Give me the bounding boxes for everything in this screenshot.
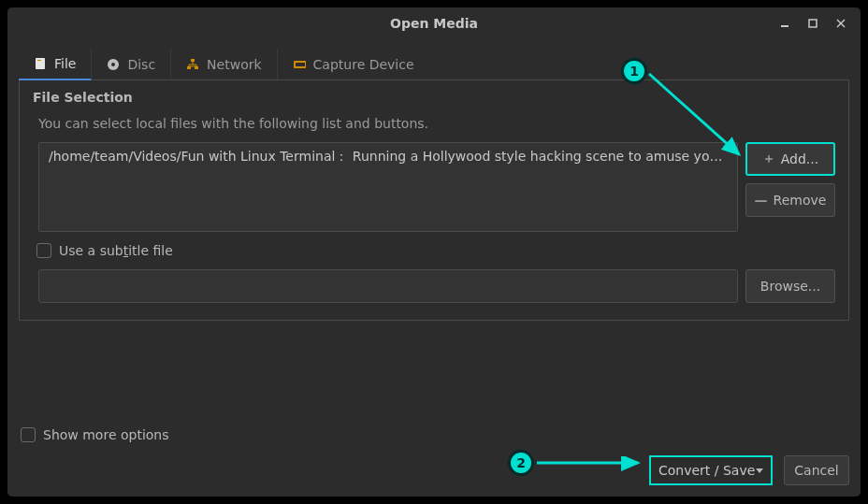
browse-label: Browse... bbox=[760, 279, 820, 294]
network-icon bbox=[186, 58, 199, 71]
file-list-item: /home/team/Videos/Fun with Linux Termina… bbox=[49, 149, 738, 164]
svg-rect-0 bbox=[781, 25, 788, 27]
remove-button[interactable]: — Remove bbox=[745, 183, 835, 217]
dialog-content: File Disc Network Capture Device File Se… bbox=[7, 39, 861, 497]
minus-icon: — bbox=[755, 193, 768, 208]
disc-icon bbox=[107, 58, 120, 71]
tab-label: File bbox=[54, 56, 76, 71]
capture-icon bbox=[293, 58, 306, 71]
subtitle-input-row: Browse... bbox=[33, 269, 835, 303]
subtitle-path-input[interactable] bbox=[38, 269, 738, 303]
cancel-button[interactable]: Cancel bbox=[784, 455, 849, 485]
tab-label: Disc bbox=[127, 57, 155, 72]
file-selection-group: File Selection You can select local file… bbox=[19, 80, 849, 321]
plus-icon: ＋ bbox=[762, 151, 775, 167]
close-button[interactable] bbox=[827, 10, 855, 36]
window-title: Open Media bbox=[390, 16, 478, 31]
annotation-badge-2: 2 bbox=[508, 450, 534, 476]
maximize-button[interactable] bbox=[799, 10, 827, 36]
remove-label: Remove bbox=[774, 193, 827, 208]
action-row: Convert / Save Cancel bbox=[19, 455, 849, 485]
tab-file[interactable]: File bbox=[19, 49, 92, 80]
svg-rect-17 bbox=[296, 63, 305, 66]
tab-label: Capture Device bbox=[313, 57, 414, 72]
browse-button[interactable]: Browse... bbox=[745, 269, 835, 303]
file-selection-hint: You can select local files with the foll… bbox=[33, 116, 835, 131]
tab-network[interactable]: Network bbox=[171, 49, 277, 79]
more-options-label: Show more options bbox=[43, 427, 169, 442]
add-button[interactable]: ＋ Add... bbox=[745, 142, 835, 176]
tab-capture[interactable]: Capture Device bbox=[278, 49, 429, 79]
annotation-badge-1: 1 bbox=[621, 58, 647, 84]
convert-save-dropdown[interactable]: Convert / Save bbox=[649, 455, 773, 485]
svg-rect-8 bbox=[191, 59, 195, 62]
file-list[interactable]: /home/team/Videos/Fun with Linux Termina… bbox=[38, 142, 738, 232]
more-options-row: Show more options bbox=[19, 424, 849, 455]
convert-label: Convert / Save bbox=[658, 463, 755, 478]
tab-label: Network bbox=[207, 57, 261, 72]
tab-bar: File Disc Network Capture Device bbox=[19, 49, 849, 80]
file-icon bbox=[34, 57, 47, 70]
bottom-area: Show more options Convert / Save Cancel bbox=[19, 414, 849, 485]
subtitle-checkbox[interactable] bbox=[36, 243, 51, 258]
window-controls bbox=[771, 7, 855, 39]
group-title: File Selection bbox=[33, 90, 835, 105]
svg-rect-5 bbox=[37, 60, 41, 61]
subtitle-checkbox-row: Use a subtitle file bbox=[33, 243, 835, 258]
svg-rect-1 bbox=[809, 20, 817, 27]
svg-rect-4 bbox=[36, 58, 45, 69]
titlebar: Open Media bbox=[7, 7, 861, 39]
chevron-down-icon bbox=[756, 468, 763, 473]
minimize-button[interactable] bbox=[771, 10, 799, 36]
open-media-dialog: Open Media File Disc Network Capture Dev bbox=[7, 7, 861, 497]
tab-disc[interactable]: Disc bbox=[92, 49, 171, 79]
svg-point-7 bbox=[111, 63, 115, 66]
subtitle-label: Use a subtitle file bbox=[59, 243, 173, 258]
add-label: Add... bbox=[781, 151, 818, 166]
more-options-checkbox[interactable] bbox=[21, 427, 36, 442]
file-row: /home/team/Videos/Fun with Linux Termina… bbox=[33, 142, 835, 232]
cancel-label: Cancel bbox=[794, 463, 838, 478]
file-side-buttons: ＋ Add... — Remove bbox=[745, 142, 835, 232]
